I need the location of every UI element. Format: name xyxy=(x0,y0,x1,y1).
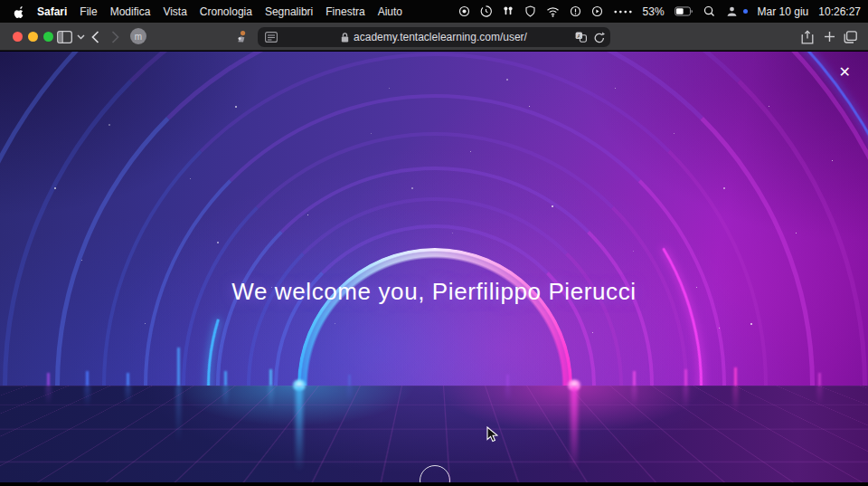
menu-item-cronologia[interactable]: Cronologia xyxy=(200,5,252,18)
light-pillar-reflection xyxy=(46,386,51,405)
light-pillar-reflection xyxy=(505,386,510,402)
light-pillar-reflection xyxy=(176,386,181,443)
light-pillar-reflection xyxy=(347,386,352,402)
menu-item-vista[interactable]: Vista xyxy=(163,5,186,18)
light-pillar-reflection xyxy=(269,386,273,410)
arc-base-reflection xyxy=(571,386,578,472)
light-pillar xyxy=(684,369,687,386)
light-pillar xyxy=(348,375,351,386)
light-pillar-reflection xyxy=(223,386,228,407)
forward-button[interactable] xyxy=(111,23,119,51)
user-switch-icon[interactable] xyxy=(725,5,739,17)
light-pillar-reflection xyxy=(632,386,637,407)
menu-bar-time[interactable]: 10:26:27 xyxy=(818,5,861,18)
reload-icon[interactable] xyxy=(594,27,605,47)
light-pillar xyxy=(818,373,821,386)
light-pillar-reflection xyxy=(126,386,130,405)
light-pillar xyxy=(506,375,509,386)
share-icon[interactable] xyxy=(801,23,814,51)
timer-icon[interactable] xyxy=(480,5,492,17)
light-pillar xyxy=(224,371,227,386)
apple-menu-icon[interactable] xyxy=(14,5,24,18)
window-minimize-button[interactable] xyxy=(28,32,38,42)
tab-overview-icon[interactable] xyxy=(844,23,857,51)
lock-icon xyxy=(341,33,349,43)
profile-avatar[interactable]: m xyxy=(130,28,146,44)
menu-item-segnalibri[interactable]: Segnalibri xyxy=(265,5,313,18)
light-pillar xyxy=(86,371,89,386)
play-circle-icon[interactable] xyxy=(591,5,603,17)
light-pillar xyxy=(633,371,636,386)
url-text: academy.tentaclelearning.com/user/ xyxy=(354,31,527,43)
light-pillar xyxy=(47,373,50,386)
light-pillar xyxy=(734,367,737,386)
extension-icon[interactable] xyxy=(235,23,249,51)
sidebar-icon[interactable] xyxy=(57,23,72,51)
mouse-cursor xyxy=(486,426,498,447)
browser-viewport: We welcome you, Pierfilippo Pierucci ✕ xyxy=(0,52,868,482)
sidebar-chevron-down-icon[interactable] xyxy=(77,23,85,51)
wifi-icon[interactable] xyxy=(546,6,560,17)
light-pillar xyxy=(177,348,180,386)
battery-icon[interactable] xyxy=(675,6,693,16)
floor-reflections xyxy=(0,52,868,482)
user-switch-badge xyxy=(743,9,748,14)
notification-icon[interactable] xyxy=(570,5,581,17)
menu-item-file[interactable]: File xyxy=(80,5,97,18)
light-pillar xyxy=(127,373,129,386)
menu-bar-status: 53% Mar 10 giu 10:26:27 xyxy=(458,5,868,18)
shield-icon[interactable] xyxy=(524,5,536,17)
url-bar[interactable]: academy.tentaclelearning.com/user/ A xyxy=(258,27,610,47)
screen: Safari File Modifica Vista Cronologia Se… xyxy=(0,0,868,486)
light-pillar-reflection xyxy=(733,386,738,413)
arc-base-reflection xyxy=(296,386,303,472)
app-dots-icon[interactable] xyxy=(613,8,633,15)
menu-bar-left: Safari File Modifica Vista Cronologia Se… xyxy=(0,5,402,18)
window-close-button[interactable] xyxy=(13,32,23,42)
back-button[interactable] xyxy=(91,23,99,51)
welcome-heading: We welcome you, Pierfilippo Pierucci xyxy=(0,278,868,306)
light-pillar-reflection xyxy=(817,386,822,405)
airpods-icon[interactable] xyxy=(502,5,514,17)
battery-percent-label: 53% xyxy=(643,5,665,18)
screen-recording-icon[interactable] xyxy=(458,5,470,17)
new-tab-icon[interactable] xyxy=(824,23,835,51)
light-pillar xyxy=(269,369,272,386)
menu-item-finestra[interactable]: Finestra xyxy=(326,5,364,18)
light-pillar-reflection xyxy=(684,386,688,410)
translate-icon[interactable]: A xyxy=(575,27,587,47)
menu-item-aiuto[interactable]: Aiuto xyxy=(378,5,402,18)
screen-bottom-strip xyxy=(0,482,868,486)
spotlight-icon[interactable] xyxy=(703,5,715,17)
window-zoom-button[interactable] xyxy=(43,32,53,42)
menu-item-modifica[interactable]: Modifica xyxy=(110,5,151,18)
light-pillar-reflection xyxy=(85,386,90,407)
menu-item-safari[interactable]: Safari xyxy=(37,5,67,18)
menu-bar-date[interactable]: Mar 10 giu xyxy=(758,5,809,18)
url-display: academy.tentaclelearning.com/user/ xyxy=(258,27,610,47)
close-button[interactable]: ✕ xyxy=(839,65,851,80)
safari-toolbar: m academy.tentaclelearning.com/user/ A xyxy=(0,23,868,51)
macos-menu-bar: Safari File Modifica Vista Cronologia Se… xyxy=(0,0,868,23)
